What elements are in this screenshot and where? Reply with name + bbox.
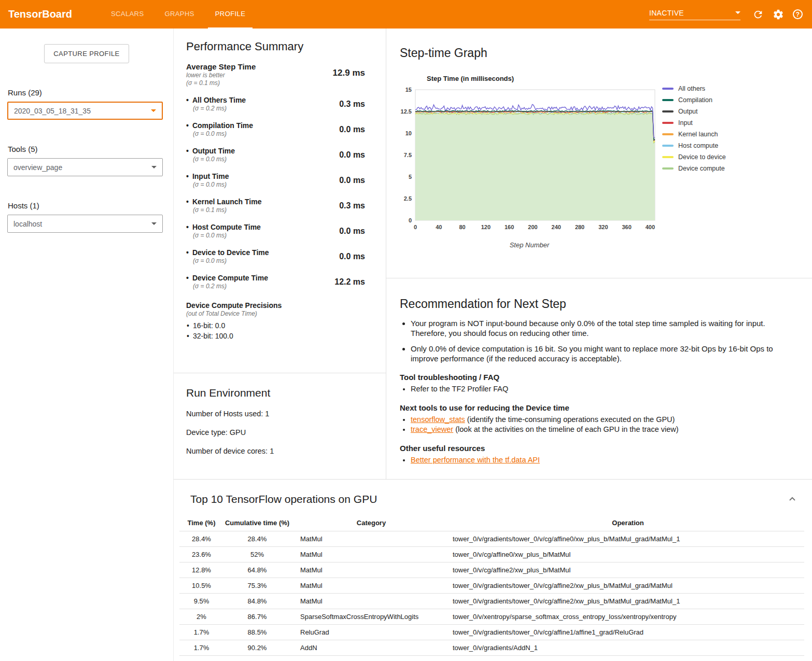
bullet-icon: • <box>186 96 189 104</box>
refresh-icon[interactable] <box>752 9 764 20</box>
legend-label: Device compute <box>678 165 725 172</box>
hosts-label: Hosts (1) <box>8 201 173 210</box>
tool-item: tensorflow_stats (identify the time-cons… <box>411 415 789 425</box>
tfdata-performance-link[interactable]: Better performance with the tf.data API <box>411 456 540 464</box>
metric-sigma: (σ = 0.0 ms) <box>193 181 229 189</box>
runs-select[interactable]: 2020_03_05_18_31_35 <box>7 102 163 120</box>
operation-cell: append_apply_gradient_ops/GradientDescen… <box>452 656 804 661</box>
legend-label: Kernel launch <box>678 131 718 138</box>
metric-value: 12.2 ms <box>334 277 373 287</box>
metric-row: •All Others Time(σ = 0.2 ms)0.3 ms <box>186 95 373 112</box>
metric-label: •Output Time <box>186 146 235 156</box>
bullet-icon: • <box>186 198 189 206</box>
tools-label: Tools (5) <box>8 145 173 153</box>
table-row: 1.7%88.5%ReluGradtower_0/v/gradients/tow… <box>179 625 804 640</box>
time-cell: 1.7% <box>179 656 223 661</box>
top10-operations-section: Top 10 TensorFlow operations on GPU Time… <box>174 480 812 661</box>
metric-label: •Compilation Time <box>186 121 253 130</box>
precisions-note: (out of Total Device Time) <box>186 310 373 318</box>
metric-label: •All Others Time <box>186 95 246 105</box>
tab-profile[interactable]: PROFILE <box>208 0 253 29</box>
category-cell: MatMul <box>291 594 452 609</box>
run-environment-section: Run Environment Number of Hosts used: 1D… <box>174 373 386 479</box>
time-cell: 2% <box>179 609 223 625</box>
metric-label: •Kernel Launch Time <box>186 197 261 206</box>
operation-cell: tower_0/v/gradients/AddN_1 <box>452 640 804 656</box>
metric-value: 0.0 ms <box>339 176 373 185</box>
hosts-select[interactable]: localhost <box>7 215 163 233</box>
category-cell: MatMul <box>291 578 452 594</box>
legend-label: Device to device <box>678 153 726 161</box>
trace-viewer-link[interactable]: trace_viewer <box>411 425 453 433</box>
cumulative-time-cell: 28.4% <box>223 531 291 547</box>
capture-profile-button[interactable]: CAPTURE PROFILE <box>44 44 129 63</box>
operation-cell: tower_0/v/gradients/tower_0/v/cg/affine1… <box>452 625 804 640</box>
table-row: 9.5%84.8%MatMultower_0/v/gradients/tower… <box>179 594 804 609</box>
tab-scalars[interactable]: SCALARS <box>104 0 151 29</box>
chevron-down-icon <box>151 109 156 112</box>
metric-sigma: (σ = 0.1 ms) <box>193 206 261 214</box>
metric-value: 0.0 ms <box>339 252 373 261</box>
chevron-down-icon <box>735 11 740 14</box>
legend-swatch <box>662 88 674 90</box>
svg-text:7.5: 7.5 <box>404 152 412 158</box>
other-resources-title: Other useful resources <box>400 443 789 453</box>
tensorflow-stats-link[interactable]: tensorflow_stats <box>411 415 465 424</box>
operation-cell: tower_0/v/cg/affine2/xw_plus_b/MatMul <box>452 562 804 578</box>
nav-tabs: SCALARSGRAPHSPROFILE <box>101 0 256 29</box>
svg-text:2.5: 2.5 <box>404 195 412 202</box>
chart-title: Step Time (in milliseconds) <box>427 75 659 82</box>
legend-swatch <box>662 133 674 135</box>
time-cell: 10.5% <box>179 578 223 594</box>
top10-table: Time (%)Cumulative time (%)CategoryOpera… <box>179 515 804 661</box>
faq-block: Tool troubleshooting / FAQ Refer to the … <box>400 372 789 394</box>
legend-swatch <box>662 145 674 147</box>
run-environment-title: Run Environment <box>186 387 373 399</box>
metric-sigma: (σ = 0.2 ms) <box>193 105 246 112</box>
svg-text:5: 5 <box>409 174 412 180</box>
performance-summary-title: Performance Summary <box>186 40 373 53</box>
help-icon[interactable]: ? <box>793 9 803 19</box>
legend-label: All others <box>678 85 705 92</box>
table-row: 1.7%91.9%ApplyGradientDescentappend_appl… <box>179 656 804 661</box>
recommendation-title: Recommendation for Next Step <box>400 297 789 311</box>
category-cell: ApplyGradientDescent <box>291 656 452 661</box>
time-cell: 1.7% <box>179 625 223 640</box>
runs-select-value: 2020_03_05_18_31_35 <box>14 107 91 115</box>
legend-label: Compilation <box>678 96 712 104</box>
metric-sigma: (σ = 0.0 ms) <box>193 156 235 163</box>
reload-mode-select[interactable]: INACTIVE <box>649 9 740 20</box>
top10-title: Top 10 TensorFlow operations on GPU <box>190 493 377 505</box>
metric-value: 0.3 ms <box>339 100 373 109</box>
legend-swatch <box>662 99 674 101</box>
table-row: 1.7%90.2%AddNtower_0/v/gradients/AddN_1 <box>179 640 804 656</box>
chevron-down-icon <box>151 166 157 168</box>
legend-item: Compilation <box>662 96 726 104</box>
reload-mode-value: INACTIVE <box>649 9 684 17</box>
metric-value: 12.9 ms <box>333 62 373 87</box>
cumulative-time-cell: 75.3% <box>223 578 291 594</box>
tab-graphs[interactable]: GRAPHS <box>157 0 201 29</box>
collapse-chevron-up-icon[interactable] <box>788 495 797 504</box>
svg-text:40: 40 <box>436 224 442 230</box>
metric-sigma: (σ = 0.0 ms) <box>193 130 253 138</box>
cumulative-time-cell: 84.8% <box>223 594 291 609</box>
category-cell: SparseSoftmaxCrossEntropyWithLogits <box>291 609 452 625</box>
tools-select[interactable]: overview_page <box>7 158 163 176</box>
metric-label: •Input Time <box>186 172 229 181</box>
time-cell: 9.5% <box>179 594 223 609</box>
precision-item: 16-bit: 0.0 <box>186 320 373 331</box>
legend-swatch <box>662 110 674 112</box>
metric-sigma: (σ = 0.2 ms) <box>193 283 268 290</box>
main-content: Performance Summary Average Step Time lo… <box>173 29 812 661</box>
settings-gear-icon[interactable] <box>773 9 784 20</box>
metric-label: •Device Compute Time <box>186 273 268 283</box>
metric-list: •All Others Time(σ = 0.2 ms)0.3 ms•Compi… <box>186 95 373 290</box>
legend-label: Output <box>678 108 698 115</box>
metric-row: •Output Time(σ = 0.0 ms)0.0 ms <box>186 146 373 163</box>
metric-row: •Input Time(σ = 0.0 ms)0.0 ms <box>186 172 373 189</box>
tool-description: (identify the time-consuming operations … <box>465 415 675 424</box>
recommendation-section: Recommendation for Next Step Your progra… <box>386 278 812 475</box>
svg-text:200: 200 <box>528 224 537 230</box>
cumulative-time-cell: 88.5% <box>223 625 291 640</box>
